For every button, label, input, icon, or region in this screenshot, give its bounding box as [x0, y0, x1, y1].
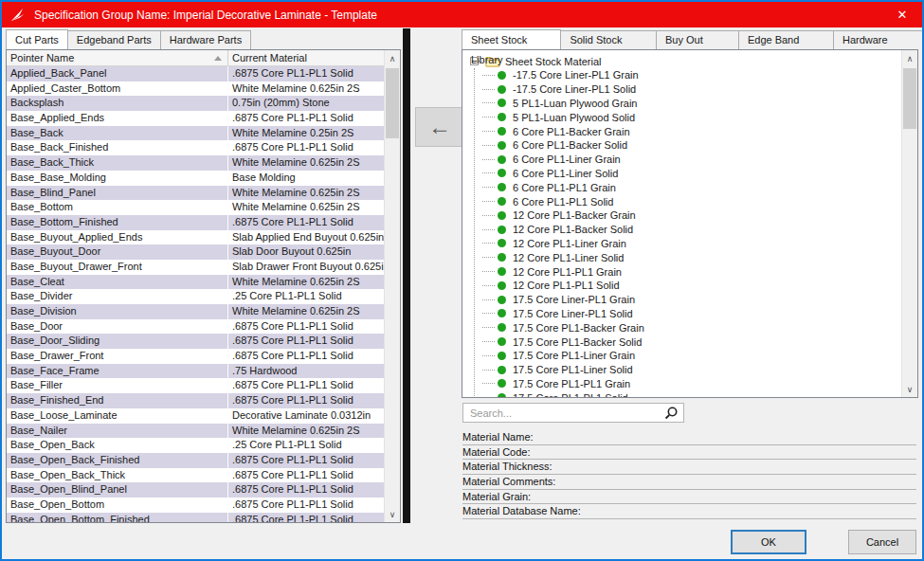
table-row[interactable]: Base_Face_Frame.75 Hardwood: [7, 364, 384, 379]
tree-item[interactable]: 6 Core PL1-Backer Solid: [470, 138, 901, 153]
tree-connector: [482, 187, 495, 188]
tree-item-label: 12 Core PL1-Liner Grain: [513, 238, 626, 249]
table-row[interactable]: Base_Open_Back_Thick.6875 Core PL1-PL1 S…: [7, 468, 384, 483]
tree-item[interactable]: 12 Core PL1-PL1 Solid: [470, 279, 901, 293]
table-row[interactable]: Base_Open_Blind_Panel.6875 Core PL1-PL1 …: [7, 482, 384, 498]
table-row[interactable]: Base_Open_Bottom_Finished.6875 Core PL1-…: [7, 513, 384, 522]
table-row[interactable]: Base_Divider.25 Core PL1-PL1 Solid: [7, 289, 384, 304]
table-row[interactable]: Base_BottomWhite Melamine 0.625in 2S: [7, 200, 384, 215]
close-icon[interactable]: ✕: [886, 2, 918, 27]
tree-item[interactable]: 12 Core PL1-Liner Solid: [470, 250, 901, 264]
table-row[interactable]: Base_Loose_LaminateDecorative Laminate 0…: [7, 408, 384, 424]
tab-hardware-parts[interactable]: Hardware Parts: [160, 30, 251, 49]
tree-item[interactable]: 6 Core PL1-PL1 Solid: [470, 194, 901, 208]
scroll-down-icon[interactable]: ∨: [902, 381, 917, 397]
scroll-thumb[interactable]: [386, 68, 399, 138]
tree-connector: [482, 355, 495, 356]
table-row[interactable]: Base_Filler.6875 Core PL1-PL1 Solid: [7, 378, 384, 393]
tree-item[interactable]: 17.5 Core Liner-PL1 Grain: [470, 293, 901, 307]
tree-item[interactable]: 12 Core PL1-PL1 Grain: [470, 264, 901, 279]
table-row[interactable]: Applied_Back_Panel.6875 Core PL1-PL1 Sol…: [7, 66, 384, 81]
assign-material-button[interactable]: ←: [415, 107, 464, 147]
tree-item[interactable]: 17.5 Core PL1-Backer Solid: [470, 335, 901, 349]
tree-item-label: 17.5 Core PL1-PL1 Solid: [513, 392, 628, 397]
scroll-up-icon[interactable]: ∧: [385, 50, 400, 66]
scroll-down-icon[interactable]: ∨: [385, 506, 400, 522]
tab-sheet-stock-library[interactable]: Sheet Stock Library: [462, 29, 561, 49]
tree-item[interactable]: 17.5 Core PL1-Liner Solid: [470, 363, 901, 377]
cancel-button[interactable]: Cancel: [848, 530, 916, 554]
table-row[interactable]: Base_BackWhite Melamine 0.25in 2S: [7, 126, 384, 141]
column-header-pointer-name[interactable]: Pointer Name: [7, 50, 228, 65]
material-dot-icon: [498, 267, 506, 276]
table-row[interactable]: Base_Finished_End.6875 Core PL1-PL1 Soli…: [7, 393, 384, 408]
tab-cut-parts[interactable]: Cut Parts: [6, 29, 68, 49]
tree-item[interactable]: 6 Core PL1-Liner Solid: [470, 167, 901, 181]
table-row[interactable]: Base_Buyout_Applied_EndsSlab Applied End…: [7, 230, 384, 245]
current-material-cell: Decorative Laminate 0.0312in: [228, 408, 384, 424]
tree-item[interactable]: 5 PL1-Luan Plywood Grain: [470, 97, 901, 111]
current-material-cell: White Melamine 0.625in 2S: [228, 424, 384, 439]
tree-item[interactable]: -17.5 Core Liner-PL1 Grain: [470, 68, 901, 82]
tree-item[interactable]: 17.5 Core PL1-PL1 Solid: [470, 390, 901, 397]
tree-root-item[interactable]: Sheet Stock Material: [470, 54, 901, 68]
pointer-name-cell: Base_Back_Finished: [7, 140, 228, 155]
table-row[interactable]: Base_Door_Sliding.6875 Core PL1-PL1 Soli…: [7, 334, 384, 349]
table-row[interactable]: Applied_Caster_BottomWhite Melamine 0.62…: [7, 81, 384, 97]
pointer-name-cell: Base_Buyout_Drawer_Front: [7, 260, 228, 275]
tree-item[interactable]: 17.5 Core PL1-PL1 Grain: [470, 377, 901, 391]
search-input[interactable]: [463, 404, 683, 422]
tree-item[interactable]: 12 Core PL1-Backer Grain: [470, 208, 901, 223]
tab-edge-band-library[interactable]: Edge Band Library: [738, 30, 834, 49]
table-row[interactable]: Base_Back_ThickWhite Melamine 0.625in 2S: [7, 155, 384, 171]
tree-item[interactable]: 6 Core PL1-PL1 Grain: [470, 180, 901, 194]
pointer-name-cell: Base_Door_Sliding: [7, 334, 228, 349]
table-row[interactable]: Base_DivisionWhite Melamine 0.625in 2S: [7, 304, 384, 319]
tree-connector: [482, 131, 495, 132]
tree-item[interactable]: 6 Core PL1-Backer Grain: [470, 124, 901, 138]
table-row[interactable]: Base_Open_Back_Finished.6875 Core PL1-PL…: [7, 453, 384, 468]
table-scrollbar[interactable]: ∧ ∨: [384, 50, 400, 522]
table-row[interactable]: Base_Drawer_Front.6875 Core PL1-PL1 Soli…: [7, 349, 384, 364]
tree-item-label: 12 Core PL1-PL1 Solid: [513, 280, 620, 291]
tree-item[interactable]: 6 Core PL1-Liner Grain: [470, 153, 901, 167]
tree-item[interactable]: 17.5 Core PL1-Liner Grain: [470, 349, 901, 363]
tree-item[interactable]: -17.5 Core Liner-PL1 Solid: [470, 82, 901, 97]
table-row[interactable]: Base_Blind_PanelWhite Melamine 0.625in 2…: [7, 186, 384, 201]
material-field-material-thickness: Material Thickness:: [462, 460, 916, 475]
column-header-current-material[interactable]: Current Material: [228, 50, 400, 65]
tab-buy-out-library[interactable]: Buy Out Library: [656, 30, 739, 49]
tab-hardware-library[interactable]: Hardware Library: [833, 30, 923, 49]
table-body: Applied_Back_Panel.6875 Core PL1-PL1 Sol…: [7, 66, 384, 522]
tree-item[interactable]: 12 Core PL1-Liner Grain: [470, 237, 901, 251]
tab-edgeband-parts[interactable]: Edgeband Parts: [67, 30, 161, 49]
table-row[interactable]: Base_Base_MoldingBase Molding: [7, 171, 384, 186]
table-row[interactable]: Base_Buyout_Drawer_FrontSlab Drawer Fron…: [7, 260, 384, 275]
tree-item[interactable]: 12 Core PL1-Backer Solid: [470, 223, 901, 237]
tree-item-label: 6 Core PL1-PL1 Solid: [513, 196, 613, 208]
table-row[interactable]: Base_Buyout_DoorSlab Door Buyout 0.625in: [7, 244, 384, 260]
table-row[interactable]: Base_Open_Bottom.6875 Core PL1-PL1 Solid: [7, 498, 384, 513]
material-dot-icon: [498, 155, 506, 164]
tree-scrollbar[interactable]: ∧ ∨: [901, 50, 917, 397]
material-dot-icon: [498, 323, 506, 332]
table-row[interactable]: Base_Door.6875 Core PL1-PL1 Solid: [7, 319, 384, 335]
scroll-up-icon[interactable]: ∧: [902, 50, 917, 66]
material-dot-icon: [498, 197, 506, 206]
tree-item[interactable]: 5 PL1-Luan Plywood Solid: [470, 110, 901, 124]
table-row[interactable]: Base_Open_Back.25 Core PL1-PL1 Solid: [7, 438, 384, 453]
table-row[interactable]: Base_CleatWhite Melamine 0.625in 2S: [7, 275, 384, 290]
search-icon[interactable]: [663, 406, 679, 421]
table-row[interactable]: Base_Applied_Ends.6875 Core PL1-PL1 Soli…: [7, 111, 384, 126]
tree-item[interactable]: 17.5 Core Liner-PL1 Solid: [470, 307, 901, 321]
table-row[interactable]: Base_NailerWhite Melamine 0.625in 2S: [7, 424, 384, 439]
current-material-cell: White Melamine 0.625in 2S: [228, 186, 384, 201]
scroll-thumb[interactable]: [903, 68, 916, 129]
table-row[interactable]: Base_Back_Finished.6875 Core PL1-PL1 Sol…: [7, 140, 384, 155]
pointer-name-cell: Base_Blind_Panel: [7, 186, 228, 201]
table-row[interactable]: Backsplash0.75in (20mm) Stone: [7, 96, 384, 111]
tree-item[interactable]: 17.5 Core PL1-Backer Grain: [470, 320, 901, 335]
ok-button[interactable]: OK: [731, 530, 806, 554]
table-row[interactable]: Base_Bottom_Finished.6875 Core PL1-PL1 S…: [7, 215, 384, 230]
tab-solid-stock-library[interactable]: Solid Stock Library: [560, 30, 657, 49]
